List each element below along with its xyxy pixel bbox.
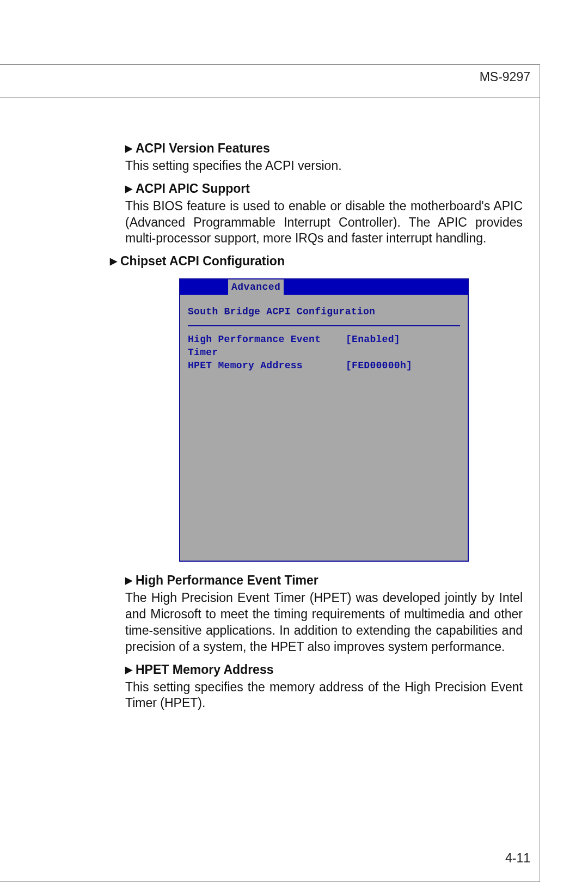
heading-hpet: ▶High Performance Event Timer bbox=[125, 573, 523, 589]
bios-row-hpet-addr[interactable]: HPET Memory Address [FED00000h] bbox=[188, 359, 460, 372]
body-acpi-apic: This BIOS feature is used to enable or d… bbox=[125, 198, 523, 247]
arrow-icon: ▶ bbox=[125, 575, 132, 587]
arrow-icon: ▶ bbox=[125, 183, 132, 195]
bios-tab-advanced[interactable]: Advanced bbox=[228, 279, 284, 295]
body-hpet: The High Precision Event Timer (HPET) wa… bbox=[125, 590, 523, 655]
heading-hpet-addr: ▶HPET Memory Address bbox=[125, 662, 523, 678]
body-acpi-version: This setting specifies the ACPI version. bbox=[125, 158, 523, 174]
bios-label: HPET Memory Address bbox=[188, 359, 346, 372]
bios-tabbar: Advanced bbox=[180, 279, 468, 295]
header-rule bbox=[0, 97, 540, 98]
heading-chipset-acpi: ▶Chipset ACPI Configuration bbox=[110, 253, 523, 270]
heading-acpi-apic: ▶ACPI APIC Support bbox=[125, 181, 523, 197]
arrow-icon: ▶ bbox=[110, 256, 117, 267]
bios-value: [FED00000h] bbox=[346, 359, 460, 372]
arrow-icon: ▶ bbox=[125, 143, 132, 155]
body-hpet-addr: This setting specifies the memory addres… bbox=[125, 679, 523, 712]
bios-row-hpet[interactable]: High Performance Event Timer [Enabled] bbox=[188, 333, 460, 360]
heading-text: HPET Memory Address bbox=[136, 662, 274, 677]
heading-text: ACPI APIC Support bbox=[136, 181, 250, 196]
bios-value: [Enabled] bbox=[346, 333, 460, 360]
heading-text: High Performance Event Timer bbox=[136, 573, 318, 587]
page-header: MS-9297 bbox=[480, 70, 530, 84]
heading-acpi-version: ▶ACPI Version Features bbox=[125, 141, 523, 157]
bios-body: South Bridge ACPI Configuration High Per… bbox=[180, 295, 468, 561]
bios-label: High Performance Event Timer bbox=[188, 333, 346, 360]
bios-title: South Bridge ACPI Configuration bbox=[188, 300, 460, 326]
heading-text: ACPI Version Features bbox=[136, 141, 270, 155]
content-area: ▶ACPI Version Features This setting spec… bbox=[125, 141, 523, 717]
arrow-icon: ▶ bbox=[125, 664, 132, 676]
bios-screenshot: Advanced South Bridge ACPI Configuration… bbox=[179, 278, 469, 562]
page-number: 4-11 bbox=[505, 851, 530, 866]
heading-text: Chipset ACPI Configuration bbox=[120, 254, 285, 268]
